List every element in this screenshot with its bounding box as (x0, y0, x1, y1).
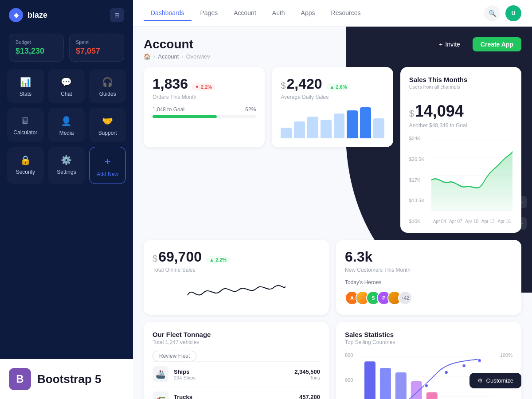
sidebar-item-label: Add New (97, 171, 118, 177)
daily-sales-label: Average Daily Sales (281, 94, 384, 100)
tab-dashboards[interactable]: Dashboards (144, 6, 192, 21)
fleet-ships-sub: 234 Ships (174, 375, 196, 380)
sales-y-axis: 800 600 400 200 (345, 352, 353, 399)
line-chart-area: Apr 04 Apr 07 Apr 10 Apr 13 Apr 16 (431, 136, 512, 224)
sales-big-number: 14,094 (415, 102, 464, 121)
stats-icon: 📊 (20, 77, 31, 87)
tab-pages[interactable]: Pages (193, 6, 225, 21)
fleet-trucks-name: Trucks (174, 394, 202, 399)
sidebar-item-media[interactable]: 👤 Media (48, 108, 85, 142)
y-axis-labels: $24K $20.5K $17K $13.5K $10K (409, 136, 428, 224)
user-avatar[interactable]: U (505, 5, 521, 21)
tab-auth[interactable]: Auth (265, 6, 292, 21)
sidebar-item-chat[interactable]: 💬 Chat (48, 69, 85, 103)
sidebar-item-stats[interactable]: 📊 Stats (7, 69, 44, 103)
review-fleet-button[interactable]: Review Fleet (153, 351, 196, 361)
budget-row: Budget $13,230 Spent $7,057 (0, 30, 133, 69)
breadcrumb-account[interactable]: Account (158, 53, 179, 60)
heroes-label: Today's Heroes (345, 279, 512, 286)
create-app-button[interactable]: Create App (473, 37, 521, 51)
online-sales-change: 2.2% (215, 257, 227, 262)
svg-point-21 (445, 371, 448, 374)
page-title: Account (144, 37, 210, 51)
search-button[interactable]: 🔍 (484, 5, 500, 21)
hero-count: +42 (398, 291, 412, 305)
sidebar-item-label: Chat (61, 91, 72, 97)
sales-stats-subtitle: Top Selling Countries (345, 339, 512, 345)
ship-icon: 🚢 (153, 366, 168, 382)
online-sales-card: $ 69,700 ▲ 2.2% Total Online Sales (144, 240, 329, 315)
sidebar-menu-button[interactable]: ⊞ (110, 8, 124, 22)
right-panel-icons: ⋯ ⋯ (514, 196, 532, 230)
sales-dollar: $ (409, 109, 414, 119)
bootstrap-text: Bootstrap 5 (37, 372, 101, 386)
bar-5 (334, 113, 345, 138)
tab-account[interactable]: Account (227, 6, 263, 21)
svg-rect-13 (426, 392, 438, 399)
sidebar-item-calculator[interactable]: 🖩 Calculator (7, 108, 44, 142)
down-arrow-icon: ▼ (195, 84, 200, 90)
heroes-row: A S P +42 (345, 291, 512, 305)
customize-button[interactable]: ⚙ Customize (469, 373, 521, 388)
bar-4 (321, 120, 332, 138)
top-nav-right: 🔍 U (484, 5, 521, 21)
top-nav: Dashboards Pages Account Auth Apps Resou… (133, 0, 532, 27)
top-nav-links: Dashboards Pages Account Auth Apps Resou… (144, 6, 368, 21)
daily-sales-card: $ 2,420 ▲ 2.6% Average Daily Sales (272, 67, 393, 147)
orders-change: 2.2% (201, 84, 212, 90)
calculator-icon: 🖩 (21, 116, 30, 126)
svg-point-20 (425, 384, 428, 387)
sidebar-item-label: Security (16, 169, 35, 175)
breadcrumb-home-icon[interactable]: 🏠 (144, 53, 151, 60)
logo-text: blaze (27, 11, 47, 20)
panel-icon-2[interactable]: ⋯ (514, 217, 527, 230)
sidebar-item-security[interactable]: 🔒 Security (7, 147, 44, 184)
new-customers-label: New Customers This Month (345, 267, 512, 273)
sales-chart-card: Sales This Months Users from all channel… (400, 67, 521, 233)
sidebar-item-guides[interactable]: 🎧 Guides (89, 69, 126, 103)
header-actions: + Invite Create App (431, 37, 521, 51)
main-content: Dashboards Pages Account Auth Apps Resou… (133, 0, 532, 399)
sidebar-item-label: Settings (57, 169, 76, 175)
logo-icon: ◈ (9, 8, 23, 22)
online-sales-badge: ▲ 2.2% (206, 256, 230, 263)
invite-button[interactable]: + Invite (431, 37, 468, 51)
spent-value: $7,057 (76, 47, 117, 56)
fleet-ships-unit: Tons (294, 375, 320, 380)
progress-bar-fill (153, 115, 217, 118)
fleet-trucks-value: 457,200 (299, 394, 320, 399)
fleet-item-left: 🚢 Ships 234 Ships (153, 366, 196, 382)
bar-3 (307, 117, 318, 138)
sidebar-item-support[interactable]: 🤝 Support (89, 108, 126, 142)
tab-apps[interactable]: Apps (294, 6, 322, 21)
page-header: Account 🏠 › Account › Overwiev + Invite … (144, 37, 521, 60)
mini-bar-chart (281, 107, 384, 138)
bar-8 (373, 118, 384, 139)
budget-card: Budget $13,230 (9, 34, 64, 62)
fleet-ships-name: Ships (174, 368, 196, 375)
budget-label: Budget (16, 39, 57, 45)
sidebar-item-label: Support (98, 130, 117, 136)
breadcrumb: 🏠 › Account › Overwiev (144, 53, 210, 60)
progress-bar-bg (153, 115, 256, 118)
fleet-item-left: 🚛 Trucks 1,460 Trucks (153, 391, 202, 399)
settings-icon: ⚙️ (61, 155, 72, 165)
sidebar: ◈ blaze ⊞ Budget $13,230 Spent $7,057 📊 … (0, 0, 133, 399)
fleet-title: Our Fleet Tonnage (153, 331, 320, 338)
online-dollar: $ (153, 254, 157, 264)
progress-label: 1,048 to Goal (153, 106, 184, 113)
fleet-item: 🚛 Trucks 1,460 Trucks 457,200 Tons (153, 387, 320, 399)
security-icon: 🔒 (20, 155, 31, 165)
fleet-item: 🚢 Ships 234 Ships 2,345,500 Tons (153, 361, 320, 387)
progress-row: 1,048 to Goal 62% (153, 106, 256, 113)
wavy-chart (153, 278, 320, 306)
orders-card: 1,836 ▼ 2.2% Orders This Month 1,048 to … (144, 67, 265, 147)
sidebar-item-add-new[interactable]: + Add New (89, 147, 126, 184)
panel-icon-1[interactable]: ⋯ (514, 196, 527, 208)
stats-row2: $ 69,700 ▲ 2.2% Total Online Sales (144, 240, 521, 315)
orders-change-badge: ▼ 2.2% (192, 83, 215, 90)
sidebar-item-settings[interactable]: ⚙️ Settings (48, 147, 85, 184)
bar-1 (281, 128, 292, 139)
tab-resources[interactable]: Resources (324, 6, 368, 21)
daily-sales-change: 2.6% (336, 84, 347, 90)
